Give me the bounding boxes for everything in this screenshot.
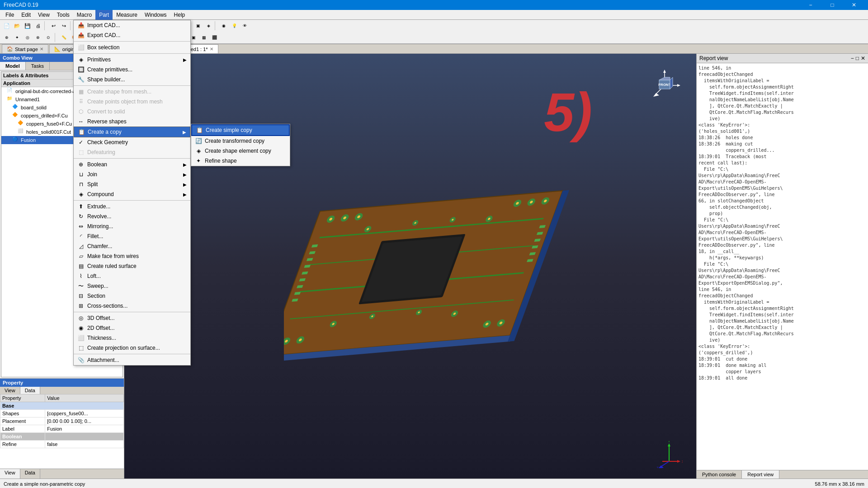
report-tab-python[interactable]: Python console xyxy=(697,470,742,479)
menu-reverse-shapes[interactable]: ↔ Reverse shapes xyxy=(74,117,190,127)
export-cad-label: Export CAD... xyxy=(87,32,120,38)
maximize-button[interactable]: □ xyxy=(822,0,843,10)
prop-placement-val[interactable]: [0.00 0.00 1.00]; 0... xyxy=(45,418,124,425)
prop-tab-data[interactable]: Data xyxy=(20,387,40,394)
prop-refine-val[interactable]: false xyxy=(45,441,124,448)
prop-shapes-val[interactable]: [coppers_fuse00... xyxy=(45,410,124,418)
menu-tools[interactable]: Tools xyxy=(53,10,73,20)
menu-box-sel[interactable]: ⬜ Box selection xyxy=(74,42,190,52)
menu-revolve[interactable]: ↻ Revolve... xyxy=(74,211,190,221)
menu-split[interactable]: ⊓ Split ▶ xyxy=(74,179,190,189)
menu-shape-builder[interactable]: 🔧 Shape builder... xyxy=(74,75,190,84)
menu-points-from-mesh[interactable]: ⠿ Create points object from mesh xyxy=(74,97,190,107)
menu-check-geometry[interactable]: ✓ Check Geometry xyxy=(74,137,190,147)
menu-make-face[interactable]: ▱ Make face from wires xyxy=(74,251,190,261)
report-minimize[interactable]: − xyxy=(851,55,854,61)
menu-extrude[interactable]: ⬆ Extrude... xyxy=(74,202,190,211)
new-file-btn[interactable]: 📄 xyxy=(2,21,12,31)
tab-unnamed-close[interactable]: ✕ xyxy=(210,47,213,52)
submenu-refine-shape[interactable]: ✦ Refine shape xyxy=(191,156,290,166)
prop-tab-view[interactable]: View xyxy=(0,387,20,394)
menu-thickness[interactable]: ⬜ Thickness... xyxy=(74,333,190,343)
menu-convert-solid[interactable]: ⬡ Convert to solid xyxy=(74,107,190,117)
tab-start-page-close[interactable]: ✕ xyxy=(40,47,43,52)
menu-cross-sections[interactable]: ⊞ Cross-sections... xyxy=(74,301,190,311)
menu-section[interactable]: ⊟ Section xyxy=(74,291,190,301)
menu-ruled[interactable]: ▤ Create ruled surface xyxy=(74,261,190,271)
menu-loft[interactable]: ⌇ Loft... xyxy=(74,271,190,281)
menu-defeaturing[interactable]: ⬚ Defeaturing xyxy=(74,147,190,157)
minimize-button[interactable]: − xyxy=(800,0,821,10)
menu-join[interactable]: ⊔ Join ▶ xyxy=(74,169,190,179)
viewport[interactable]: 5) FRONT xyxy=(124,54,696,479)
menu-primitives[interactable]: ◈ Primitives ▶ xyxy=(74,55,190,65)
stereo-btn[interactable]: 👁 xyxy=(240,21,250,31)
menu-macro[interactable]: Macro xyxy=(73,10,95,20)
offset2d-label: 2D Offset... xyxy=(87,325,114,331)
print-btn[interactable]: 🖨 xyxy=(33,21,43,31)
menu-import-cad[interactable]: 📥 Import CAD... xyxy=(74,20,190,30)
prop-label-val[interactable]: Fusion xyxy=(45,425,124,433)
snap3-btn[interactable]: ◎ xyxy=(23,33,33,42)
defeaturing-label: Defeaturing xyxy=(87,149,115,155)
menu-part[interactable]: Part xyxy=(95,10,113,20)
sep1 xyxy=(44,21,47,30)
menu-create-copy[interactable]: 📋 Create a copy ▶ xyxy=(74,127,190,137)
bottom-tab-data[interactable]: Data xyxy=(20,469,40,479)
snap-btn[interactable]: ⊕ xyxy=(2,33,12,42)
properties-header: Property xyxy=(0,379,124,387)
report-maximize[interactable]: □ xyxy=(856,55,859,61)
menu-2d-offset[interactable]: ◉ 2D Offset... xyxy=(74,323,190,333)
redo-btn[interactable]: ↪ xyxy=(59,21,69,31)
drawstyle-btn[interactable]: ◉ xyxy=(219,21,229,31)
bottom-tab-view[interactable]: View xyxy=(0,469,20,479)
snap5-btn[interactable]: ⊙ xyxy=(43,33,53,42)
combo-tab-model[interactable]: Model xyxy=(0,62,26,70)
menu-fillet[interactable]: ◜ Fillet... xyxy=(74,231,190,241)
fitsel-btn[interactable]: ▣ xyxy=(193,21,203,31)
undo-btn[interactable]: ↩ xyxy=(48,21,58,31)
menu-compound[interactable]: ◈ Compound ▶ xyxy=(74,189,190,199)
menu-mirroring[interactable]: ⇔ Mirroring... xyxy=(74,221,190,231)
menu-create-prims[interactable]: 🔲 Create primitives... xyxy=(74,65,190,75)
save-btn[interactable]: 💾 xyxy=(23,21,33,31)
menu-sweep[interactable]: 〜 Sweep... xyxy=(74,281,190,291)
tab-start-page[interactable]: 🏠 Start page ✕ xyxy=(2,44,48,53)
y-axis-label: Y xyxy=(668,441,670,443)
menu-chamfer[interactable]: ◿ Chamfer... xyxy=(74,241,190,251)
bool9-btn[interactable]: ⬛ xyxy=(209,33,219,42)
menu-attachment[interactable]: 📎 Attachment... xyxy=(74,355,190,365)
compass[interactable]: FRONT xyxy=(646,67,683,103)
menu-windows[interactable]: Windows xyxy=(141,10,170,20)
menu-edit[interactable]: Edit xyxy=(18,10,34,20)
submenu-transformed-copy[interactable]: 🔄 Create transformed copy xyxy=(191,136,290,146)
menu-help[interactable]: Help xyxy=(170,10,189,20)
submenu-element-copy[interactable]: ◈ Create shape element copy xyxy=(191,146,290,156)
menu-projection[interactable]: ⬚ Create projection on surface... xyxy=(74,343,190,353)
menu-view[interactable]: View xyxy=(34,10,53,20)
report-controls: − □ ✕ xyxy=(851,55,865,61)
open-btn[interactable]: 📂 xyxy=(12,21,22,31)
report-close[interactable]: ✕ xyxy=(861,55,865,61)
menu-create-from-mesh[interactable]: ▦ Create shape from mesh... xyxy=(74,87,190,97)
menu-file[interactable]: File xyxy=(2,10,18,20)
cube-front-label: FRONT xyxy=(658,83,671,87)
report-tab-report[interactable]: Report view xyxy=(742,470,779,479)
create-copy-submenu: 📋 Create simple copy 🔄 Create transforme… xyxy=(191,124,290,166)
menu-3d-offset[interactable]: ◎ 3D Offset... xyxy=(74,313,190,323)
combo-tab-tasks[interactable]: Tasks xyxy=(26,62,50,70)
bool8-btn[interactable]: ▩ xyxy=(199,33,209,42)
menu-boolean[interactable]: ⊕ Boolean ▶ xyxy=(74,160,190,169)
close-button[interactable]: ✕ xyxy=(844,0,864,10)
snap2-btn[interactable]: ✦ xyxy=(12,33,22,42)
pad7 xyxy=(297,285,303,288)
viewiso-btn[interactable]: ◈ xyxy=(203,21,213,31)
join-label: Join xyxy=(87,171,97,178)
submenu-simple-copy[interactable]: 📋 Create simple copy xyxy=(191,124,290,136)
meas-btn[interactable]: 📏 xyxy=(59,33,69,42)
menu-measure[interactable]: Measure xyxy=(113,10,141,20)
menu-export-cad[interactable]: 📤 Export CAD... xyxy=(74,30,190,40)
attachment-label: Attachment... xyxy=(87,357,119,363)
light-btn[interactable]: 💡 xyxy=(229,21,239,31)
snap4-btn[interactable]: ⊗ xyxy=(33,33,43,42)
